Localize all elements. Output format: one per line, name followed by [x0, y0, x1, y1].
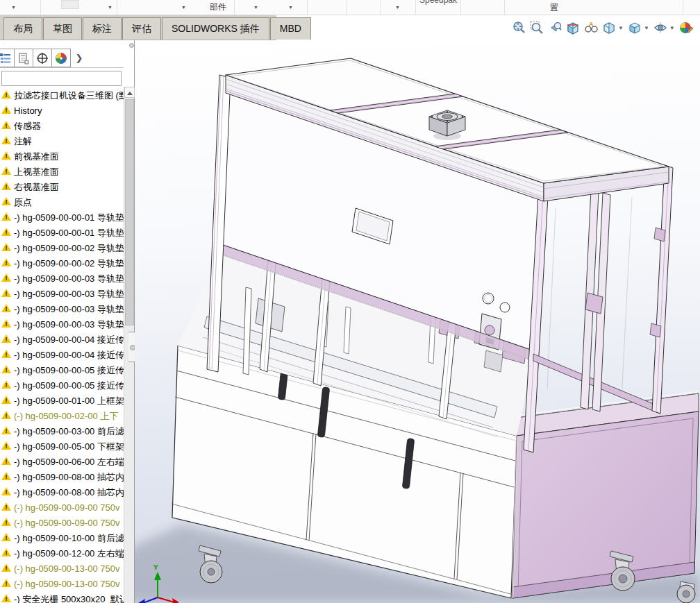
tree-item[interactable]: (-) hg-0509-00-09-00 750v — [1, 516, 124, 531]
warning-icon — [1, 425, 12, 434]
tree-item[interactable]: 上视基准面 — [1, 164, 124, 180]
hide-show-items-icon[interactable] — [651, 19, 669, 37]
tree-item[interactable]: -) hg-0509-00-00-02 导轨垫块 — [1, 256, 124, 271]
tree-item[interactable]: -) hg-0509-00-00-02 导轨垫块 — [1, 241, 124, 256]
tree-item[interactable]: History — [1, 103, 124, 119]
tree-item[interactable]: -) hg-0509-00-10-00 前后滤芯 — [1, 531, 124, 546]
command-tab-row: 布局草图标注评估SOLIDWORKS 插件MBD A ▼ — [0, 15, 700, 40]
tree-filter-input[interactable] — [1, 71, 122, 86]
warning-icon — [1, 333, 12, 343]
tree-item[interactable]: -) hg-0509-00-00-03 导轨垫块 — [1, 287, 124, 302]
right-frame-bay[interactable] — [533, 165, 673, 414]
warning-icon — [1, 516, 12, 526]
tree-item[interactable]: -) hg-0509-00-00-01 导轨垫块 — [1, 226, 124, 241]
zoom-to-fit-icon[interactable] — [510, 19, 528, 37]
scrollbar-up-arrow[interactable] — [124, 87, 135, 98]
tree-item-label: -) hg-0509-00-00-04 接近传感 — [14, 334, 124, 345]
command-manager-ribbon: ▼ ▼ ▼ ▼ ▼ ▼ 部件 Speedpak 置 — [0, 0, 700, 15]
tree-item[interactable]: -) hg-0509-00-05-00 下框架组 — [1, 439, 124, 455]
tree-item[interactable]: 拉滤芯接口机设备三维图 (默认< — [1, 88, 124, 103]
command-tab-1[interactable]: 草图 — [43, 17, 82, 40]
command-tab-2[interactable]: 标注 — [83, 17, 122, 40]
ribbon-separator — [234, 0, 235, 15]
tree-item[interactable]: (-) hg-0509-00-02-00 上下 — [1, 409, 124, 424]
section-view-icon[interactable] — [564, 19, 582, 37]
tree-item[interactable]: (-) hg-0509-00-09-00 750v — [1, 500, 124, 516]
graphics-viewport[interactable]: Y — [135, 40, 700, 603]
tree-item[interactable]: -) hg-0509-00-00-04 接近传感 — [1, 332, 124, 348]
machine-assembly[interactable] — [172, 58, 699, 603]
model-canvas[interactable]: Y — [135, 40, 700, 603]
warning-icon — [1, 593, 12, 602]
display-style-caret-icon[interactable]: ▼ — [644, 25, 649, 31]
command-tab-0[interactable]: 布局 — [3, 17, 42, 40]
tree-item[interactable]: (-) hg-0509-00-13-00 750v — [1, 561, 124, 577]
tree-item[interactable]: 原点 — [1, 195, 124, 210]
hide-show-items-caret-icon[interactable]: ▼ — [669, 25, 675, 31]
dropdown-caret-icon[interactable]: ▼ — [395, 5, 400, 10]
command-tab-5[interactable]: MBD — [270, 17, 311, 40]
tree-item-label: 前视基准面 — [14, 151, 59, 162]
warning-icon — [1, 150, 12, 160]
tree-item[interactable]: 传感器 — [1, 119, 124, 134]
panel-tabs-expand-chevron-icon[interactable]: ❯ — [71, 49, 88, 67]
tree-item[interactable]: 前视基准面 — [1, 149, 124, 164]
dynamic-annotation-views-icon[interactable]: A — [582, 19, 600, 37]
panel-button[interactable] — [500, 303, 510, 312]
tree-item[interactable]: -) hg-0509-00-00-04 接近传感 — [1, 348, 124, 363]
tree-item[interactable]: -) hg-0509-00-03-00 前后滤芯 — [1, 424, 124, 439]
tree-item-label: (-) hg-0509-00-02-00 上下 — [14, 411, 118, 421]
previous-view-icon[interactable] — [546, 19, 564, 37]
ribbon-separator — [307, 0, 308, 15]
tree-item[interactable]: -) hg-0509-00-00-03 导轨垫块 — [1, 317, 124, 332]
tree-item-label: (-) hg-0509-00-13-00 750v — [14, 563, 119, 574]
tree-item-label: History — [14, 105, 42, 116]
scrollbar-thumb[interactable] — [125, 99, 134, 325]
tree-item[interactable]: -) 安全光栅 500x30x20_默认_接 — [1, 592, 124, 603]
tree-item[interactable]: -) hg-0509-00-06-00 左右端盖 — [1, 455, 124, 470]
zoom-to-area-icon[interactable] — [528, 19, 546, 37]
feature-manager-tab[interactable] — [0, 49, 15, 67]
cabinet-side-panel-pink[interactable] — [512, 411, 699, 598]
tree-item-label: (-) hg-0509-00-13-00 750v — [14, 579, 119, 589]
tree-item[interactable]: -) hg-0509-00-08-00 抽芯内扩 — [1, 470, 124, 485]
tree-item[interactable]: -) hg-0509-00-08-00 抽芯内扩 — [1, 485, 124, 500]
tree-item[interactable]: 注解 — [1, 134, 124, 149]
roof-fan[interactable] — [429, 110, 465, 140]
tree-item-label: -) hg-0509-00-00-01 导轨垫块 — [14, 228, 124, 238]
tree-item-label: -) hg-0509-00-00-03 导轨垫块 — [14, 304, 124, 314]
dropdown-caret-icon[interactable]: ▼ — [181, 5, 186, 10]
property-manager-tab[interactable] — [14, 49, 33, 67]
tree-item-label: 右视基准面 — [14, 182, 59, 192]
tree-item[interactable]: -) hg-0509-00-00-03 导轨垫块 — [1, 271, 124, 287]
dropdown-caret-icon[interactable]: ▼ — [108, 5, 112, 10]
view-orientation-caret-icon[interactable]: ▼ — [618, 25, 624, 31]
tree-item-label: -) hg-0509-00-00-02 导轨垫块 — [14, 258, 124, 269]
dropdown-caret-icon[interactable]: ▼ — [288, 5, 293, 10]
tree-item-label: -) hg-0509-00-00-02 导轨垫块 — [14, 243, 124, 253]
tree-item[interactable]: -) hg-0509-00-00-01 导轨垫块 — [1, 210, 124, 226]
tree-item[interactable]: (-) hg-0509-00-13-00 750v — [1, 577, 124, 592]
display-manager-tab[interactable] — [51, 49, 71, 67]
tree-item[interactable]: -) hg-0509-00-00-05 接近传感 — [1, 363, 124, 378]
ribbon-button-remnant[interactable] — [61, 0, 79, 9]
panel-splitter-dot[interactable] — [129, 43, 134, 48]
command-tab-3[interactable]: 评估 — [122, 17, 161, 40]
edit-appearance-icon[interactable] — [677, 19, 695, 37]
view-orientation-icon[interactable] — [600, 19, 618, 37]
tree-item[interactable]: -) hg-0509-00-00-03 导轨垫块 — [1, 302, 124, 317]
command-tab-4[interactable]: SOLIDWORKS 插件 — [162, 17, 269, 40]
warning-icon — [1, 165, 12, 175]
tree-item-label: (-) hg-0509-00-09-00 750v — [14, 518, 119, 528]
tree-item[interactable]: -) hg-0509-00-00-05 接近传感 — [1, 378, 124, 393]
display-style-icon[interactable] — [626, 19, 644, 37]
dropdown-caret-icon[interactable]: ▼ — [11, 5, 16, 10]
dropdown-caret-icon[interactable]: ▼ — [253, 5, 258, 10]
tree-item[interactable]: -) hg-0509-00-12-00 左右端盖 — [1, 546, 124, 561]
tree-item[interactable]: -) hg-0509-00-01-00 上框架组 — [1, 393, 124, 409]
configuration-manager-tab[interactable] — [33, 49, 52, 67]
warning-icon — [1, 577, 12, 587]
door-hinge-block[interactable] — [650, 323, 661, 337]
tree-item[interactable]: 右视基准面 — [1, 180, 124, 195]
door-hinge-block[interactable] — [654, 228, 665, 241]
